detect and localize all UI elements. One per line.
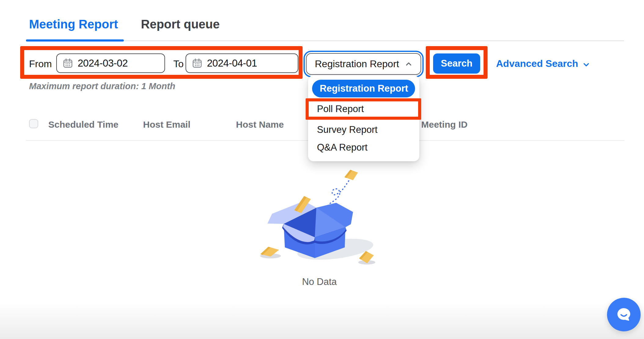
menu-option-poll-report[interactable]: Poll Report — [308, 101, 419, 117]
to-label: To — [173, 58, 184, 70]
column-header-meeting-id: Meeting ID — [421, 119, 468, 130]
tab-report-queue[interactable]: Report queue — [141, 17, 220, 31]
column-header-host-email: Host Email — [143, 119, 190, 130]
chevron-down-icon — [582, 60, 591, 69]
menu-option-survey-report[interactable]: Survey Report — [308, 121, 419, 138]
to-date-input[interactable]: 2024-04-01 — [186, 53, 298, 73]
column-header-host-name: Host Name — [236, 119, 284, 130]
active-tab-underline — [26, 39, 124, 42]
chat-bubble-icon — [614, 304, 634, 325]
menu-option-registration-report[interactable]: Registration Report — [312, 80, 415, 97]
to-date-value: 2024-04-01 — [207, 57, 257, 69]
menu-option-qa-report[interactable]: Q&A Report — [308, 139, 419, 156]
report-type-selected-value: Registration Report — [315, 58, 404, 70]
calendar-icon — [62, 58, 73, 69]
from-label: From — [29, 58, 52, 70]
chat-launcher-button[interactable] — [607, 298, 641, 331]
duration-note: Maximum report duration: 1 Month — [29, 81, 175, 91]
no-data-label: No Data — [258, 276, 381, 287]
chevron-up-icon — [404, 60, 413, 69]
advanced-search-label: Advanced Search — [496, 58, 578, 69]
from-date-value: 2024-03-02 — [78, 57, 128, 69]
column-header-scheduled-time: Scheduled Time — [48, 119, 119, 130]
advanced-search-link[interactable]: Advanced Search — [496, 58, 591, 69]
empty-box-illustration — [258, 167, 381, 268]
calendar-icon — [192, 58, 203, 69]
search-button[interactable]: Search — [433, 53, 480, 74]
from-date-input[interactable]: 2024-03-02 — [56, 53, 165, 73]
report-type-menu: Registration Report Poll Report Survey R… — [308, 75, 419, 161]
report-type-dropdown[interactable]: Registration Report — [306, 53, 421, 75]
tab-meeting-report[interactable]: Meeting Report — [29, 17, 118, 31]
select-all-checkbox[interactable] — [29, 119, 38, 128]
meeting-report-page: Meeting Report Report queue From 2024-03… — [0, 0, 644, 339]
